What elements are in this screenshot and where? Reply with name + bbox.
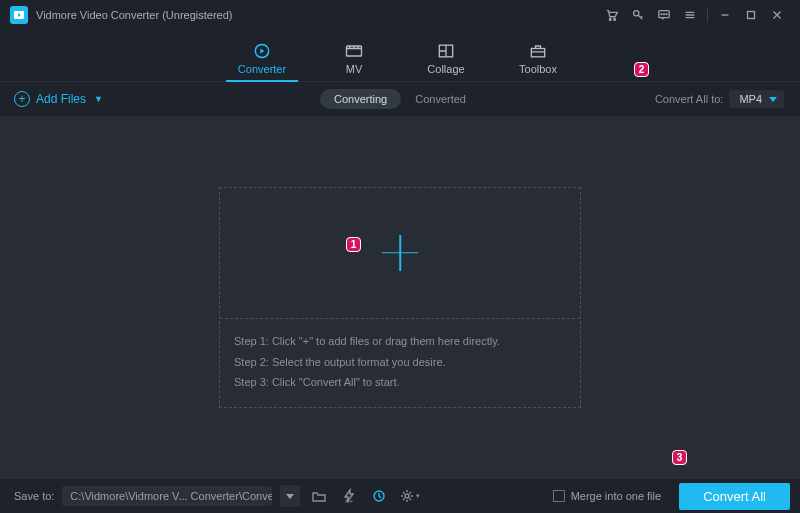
sub-toolbar: + Add Files ▼ Converting Converted Conve… xyxy=(0,82,800,116)
tab-converter[interactable]: Converter xyxy=(222,41,302,81)
converter-icon xyxy=(251,41,273,61)
svg-point-17 xyxy=(405,494,409,498)
step-2: Step 2: Select the output format you des… xyxy=(234,352,566,373)
tab-label: Collage xyxy=(427,63,464,75)
minimize-icon[interactable] xyxy=(712,2,738,28)
svg-point-2 xyxy=(609,19,611,21)
svg-rect-9 xyxy=(748,12,755,19)
step-3: Step 3: Click "Convert All" to start. xyxy=(234,372,566,393)
merge-label: Merge into one file xyxy=(571,490,662,502)
chevron-down-icon: ▼ xyxy=(94,94,103,104)
main-tabs: Converter MV Collage Toolbox xyxy=(0,30,800,82)
menu-icon[interactable] xyxy=(677,2,703,28)
drop-zone[interactable]: Step 1: Click "+" to add files or drag t… xyxy=(219,187,581,409)
drop-zone-top[interactable] xyxy=(220,188,580,318)
status-segments: Converting Converted xyxy=(320,89,480,109)
toolbox-icon xyxy=(527,41,549,61)
mv-icon xyxy=(343,41,365,61)
add-plus-icon[interactable] xyxy=(382,235,418,271)
drop-zone-instructions: Step 1: Click "+" to add files or drag t… xyxy=(220,318,580,408)
step-1: Step 1: Click "+" to add files or drag t… xyxy=(234,331,566,352)
svg-text:OFF: OFF xyxy=(345,499,354,504)
save-path-dropdown[interactable] xyxy=(280,485,300,507)
convert-all-button[interactable]: Convert All xyxy=(679,483,790,510)
plus-circle-icon: + xyxy=(14,91,30,107)
svg-marker-11 xyxy=(260,49,264,54)
segment-converting[interactable]: Converting xyxy=(320,89,401,109)
title-bar: Vidmore Video Converter (Unregistered) xyxy=(0,0,800,30)
segment-converted[interactable]: Converted xyxy=(401,89,480,109)
convert-all-to: Convert All to: MP4 xyxy=(655,90,784,108)
svg-point-6 xyxy=(661,14,662,15)
marker-1: 1 xyxy=(346,237,361,252)
save-to-label: Save to: xyxy=(14,490,54,502)
marker-2: 2 xyxy=(634,62,649,77)
maximize-icon[interactable] xyxy=(738,2,764,28)
svg-point-7 xyxy=(664,14,665,15)
workspace: Step 1: Click "+" to add files or drag t… xyxy=(0,116,800,479)
add-files-button[interactable]: + Add Files ▼ xyxy=(14,91,103,107)
open-folder-icon[interactable] xyxy=(308,485,330,507)
app-title: Vidmore Video Converter (Unregistered) xyxy=(36,9,232,21)
convert-all-to-label: Convert All to: xyxy=(655,93,723,105)
svg-point-8 xyxy=(666,14,667,15)
tab-label: Toolbox xyxy=(519,63,557,75)
tab-label: MV xyxy=(346,63,363,75)
format-select[interactable]: MP4 xyxy=(729,90,784,108)
merge-checkbox[interactable]: Merge into one file xyxy=(553,490,662,502)
close-icon[interactable] xyxy=(764,2,790,28)
bottom-bar: Save to: C:\Vidmore\Vidmore V... Convert… xyxy=(0,479,800,513)
tab-collage[interactable]: Collage xyxy=(406,41,486,81)
collage-icon xyxy=(435,41,457,61)
marker-3: 3 xyxy=(672,450,687,465)
svg-rect-14 xyxy=(531,49,544,57)
cart-icon[interactable] xyxy=(599,2,625,28)
checkbox-icon xyxy=(553,490,565,502)
hardware-accel-icon[interactable]: OFF xyxy=(338,485,360,507)
settings-gear-icon[interactable]: ▾ xyxy=(398,485,420,507)
feedback-icon[interactable] xyxy=(651,2,677,28)
tab-mv[interactable]: MV xyxy=(314,41,394,81)
save-path-box[interactable]: C:\Vidmore\Vidmore V... Converter\Conver… xyxy=(62,486,272,506)
svg-point-3 xyxy=(614,19,616,21)
separator xyxy=(707,8,708,22)
app-logo xyxy=(10,6,28,24)
high-speed-icon[interactable] xyxy=(368,485,390,507)
add-files-label: Add Files xyxy=(36,92,86,106)
tab-toolbox[interactable]: Toolbox xyxy=(498,41,578,81)
tab-label: Converter xyxy=(238,63,286,75)
key-icon[interactable] xyxy=(625,2,651,28)
